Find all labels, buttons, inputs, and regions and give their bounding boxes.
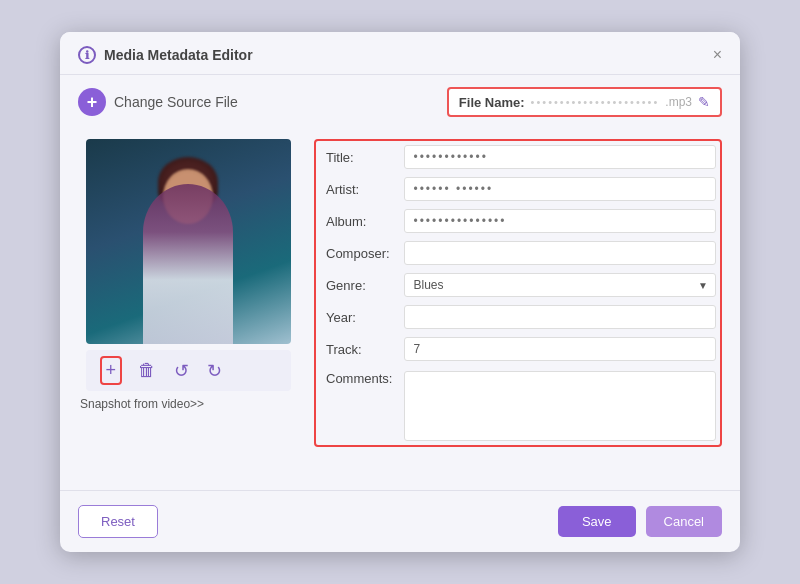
- album-input[interactable]: [404, 209, 716, 233]
- add-image-button[interactable]: +: [100, 356, 123, 385]
- footer: Reset Save Cancel: [60, 490, 740, 552]
- window-title: Media Metadata Editor: [104, 47, 253, 63]
- dialog: ℹ Media Metadata Editor × + Change Sourc…: [60, 32, 740, 552]
- album-label: Album:: [316, 205, 400, 237]
- cancel-button[interactable]: Cancel: [646, 506, 722, 537]
- save-button[interactable]: Save: [558, 506, 636, 537]
- genre-select-wrapper: Blues Rock Pop Jazz Classical Hip-Hop Co…: [404, 273, 716, 297]
- plus-circle-icon: +: [78, 88, 106, 116]
- info-icon: ℹ: [78, 46, 96, 64]
- change-source-button[interactable]: + Change Source File: [78, 88, 238, 116]
- filename-value: ••••••••••••••••••••••: [531, 96, 660, 108]
- composer-input[interactable]: [404, 241, 716, 265]
- composer-input-wrap: [400, 237, 720, 269]
- snapshot-link[interactable]: Snapshot from video>>: [78, 397, 204, 411]
- title-bar: ℹ Media Metadata Editor ×: [60, 32, 740, 75]
- undo-button[interactable]: ↺: [172, 358, 191, 384]
- footer-right: Save Cancel: [558, 506, 722, 537]
- title-input[interactable]: [404, 145, 716, 169]
- filename-ext: .mp3: [665, 95, 692, 109]
- artist-input[interactable]: [404, 177, 716, 201]
- edit-icon[interactable]: ✎: [698, 94, 710, 110]
- genre-select[interactable]: Blues Rock Pop Jazz Classical Hip-Hop Co…: [404, 273, 716, 297]
- title-label: Title:: [316, 141, 400, 173]
- toolbar: + Change Source File File Name: ••••••••…: [60, 75, 740, 129]
- composer-label: Composer:: [316, 237, 400, 269]
- artist-label: Artist:: [316, 173, 400, 205]
- delete-image-button[interactable]: 🗑: [136, 358, 158, 383]
- track-label: Track:: [316, 333, 400, 365]
- image-toolbar: + 🗑 ↺ ↻: [86, 350, 291, 391]
- fields-grid: Title: Artist: Album: Composer:: [314, 139, 722, 447]
- right-panel: Title: Artist: Album: Composer:: [314, 139, 722, 480]
- reset-button[interactable]: Reset: [78, 505, 158, 538]
- main-content: + 🗑 ↺ ↻ Snapshot from video>> Title: Art…: [60, 129, 740, 490]
- year-input-wrap: [400, 301, 720, 333]
- track-input-wrap: [400, 333, 720, 365]
- filename-box: File Name: •••••••••••••••••••••• .mp3 ✎: [447, 87, 722, 117]
- figure-body: [143, 184, 233, 344]
- year-input[interactable]: [404, 305, 716, 329]
- close-button[interactable]: ×: [713, 47, 722, 63]
- genre-input-wrap: Blues Rock Pop Jazz Classical Hip-Hop Co…: [400, 269, 720, 301]
- comments-label: Comments:: [316, 365, 400, 445]
- album-art: [86, 139, 291, 344]
- title-bar-left: ℹ Media Metadata Editor: [78, 46, 253, 64]
- title-input-wrap: [400, 141, 720, 173]
- comments-input-wrap: [400, 365, 720, 445]
- album-input-wrap: [400, 205, 720, 237]
- year-label: Year:: [316, 301, 400, 333]
- filename-label: File Name:: [459, 95, 525, 110]
- track-input[interactable]: [404, 337, 716, 361]
- left-panel: + 🗑 ↺ ↻ Snapshot from video>>: [78, 139, 298, 480]
- genre-label: Genre:: [316, 269, 400, 301]
- artist-input-wrap: [400, 173, 720, 205]
- comments-input[interactable]: [404, 371, 716, 441]
- redo-button[interactable]: ↻: [205, 358, 224, 384]
- change-source-label: Change Source File: [114, 94, 238, 110]
